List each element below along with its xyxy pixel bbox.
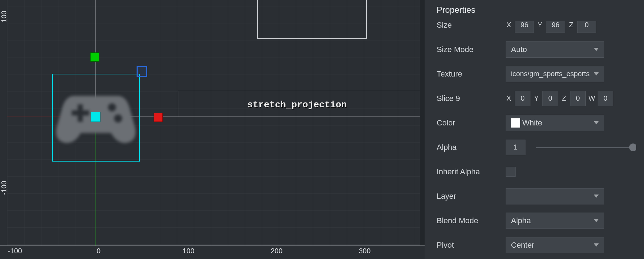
size-z-input[interactable]: 0 [577,21,596,33]
chevron-down-icon [594,219,599,222]
ruler-x-tick: 0 [97,247,100,255]
slice9-w-input[interactable]: 0 [598,91,613,106]
blendmode-dropdown[interactable]: Alpha [506,213,604,229]
axis-label-x: X [506,21,512,29]
row-texture: Texture icons/gm_sports_esports [437,62,636,86]
ruler-x-tick: 300 [359,247,370,255]
row-size: Size X 96 Y 96 Z 0 [437,21,636,37]
slice9-x-input[interactable]: 0 [515,91,530,106]
properties-panel: Properties Size X 96 Y 96 Z 0 Size Mode [425,0,644,259]
chevron-down-icon [594,243,599,247]
row-blendmode: Blend Mode Alpha [437,208,636,233]
row-sizemode: Size Mode Auto [437,37,636,62]
editor-viewport[interactable]: stretch_projection 100 -100 -100 0 100 2… [0,0,425,259]
sizemode-value: Auto [511,45,527,54]
color-dropdown[interactable]: White [506,115,604,131]
alpha-input[interactable]: 1 [506,140,525,155]
ruler-horizontal: -100 0 100 200 300 [0,246,425,259]
prop-label: Color [437,118,506,128]
gizmo-handle-x[interactable] [154,113,163,122]
node-outline-top[interactable] [257,0,367,39]
blendmode-value: Alpha [511,216,531,225]
size-x-input[interactable]: 96 [515,21,534,33]
prop-label: Size Mode [437,45,506,54]
prop-label: Layer [437,192,506,201]
color-swatch-icon [511,118,520,128]
ruler-y-tick: 100 [0,11,8,22]
chevron-down-icon [594,72,599,75]
viewport-divider[interactable] [420,0,425,246]
texture-value: icons/gm_sports_esports [511,70,590,78]
pivot-value: Center [511,241,534,250]
texture-dropdown[interactable]: icons/gm_sports_esports [506,66,604,82]
prop-label: Alpha [437,143,506,152]
ruler-x-tick: 200 [271,247,282,255]
chevron-down-icon [594,121,599,124]
gizmo-handle-center[interactable] [91,112,100,122]
row-inherit-alpha: Inherit Alpha [437,159,636,184]
axis-label-z: Z [561,94,567,102]
chevron-down-icon [594,195,599,198]
slice9-y-input[interactable]: 0 [542,91,558,106]
axis-label-y: Y [533,94,540,102]
slice9-z-input[interactable]: 0 [570,91,586,106]
alpha-slider-thumb[interactable] [629,143,636,151]
alpha-slider[interactable] [536,147,634,148]
axis-label-w: W [588,94,595,102]
ruler-x-tick: 100 [183,247,194,255]
prop-label: Size [437,21,506,30]
ruler-y-tick: -100 [0,181,8,195]
color-value: White [522,118,542,128]
axis-label-z: Z [568,21,574,29]
properties-scroll[interactable]: Size X 96 Y 96 Z 0 Size Mode Auto [437,21,636,255]
row-layer: Layer [437,184,636,208]
row-pivot: Pivot Center [437,233,636,255]
ruler-vertical: 100 -100 [0,0,7,246]
layer-dropdown[interactable] [506,188,604,204]
row-color: Color White [437,111,636,135]
prop-label: Pivot [437,241,506,250]
size-y-input[interactable]: 96 [546,21,565,33]
axis-label-x: X [506,94,512,102]
prop-label: Slice 9 [437,94,506,103]
prop-label: Inherit Alpha [437,167,506,176]
axis-label-y: Y [537,21,543,29]
panel-title: Properties [437,5,636,15]
gizmo-handle-corner[interactable] [137,66,147,77]
prop-label: Texture [437,69,506,79]
inherit-alpha-checkbox[interactable] [506,167,516,177]
row-slice9: Slice 9 X 0 Y 0 Z 0 W 0 [437,86,636,111]
ruler-x-tick: -100 [8,247,22,255]
prop-label: Blend Mode [437,216,506,225]
pivot-dropdown[interactable]: Center [506,237,604,253]
row-alpha: Alpha 1 [437,135,636,159]
chevron-down-icon [594,48,599,51]
gizmo-handle-y[interactable] [90,52,99,62]
sizemode-dropdown[interactable]: Auto [506,41,604,58]
node-label: stretch_projection [247,100,347,110]
stretch-projection-node[interactable]: stretch_projection [178,91,425,117]
